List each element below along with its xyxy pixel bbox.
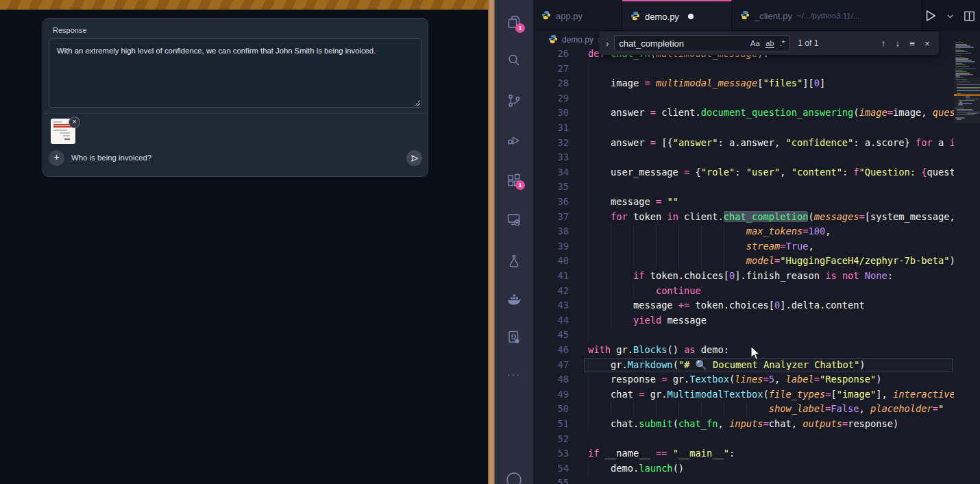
line-number[interactable]: 35	[547, 180, 569, 195]
line-number[interactable]: 53	[547, 446, 569, 461]
whole-word-icon[interactable]: ab	[765, 39, 774, 48]
code-line[interactable]: 35	[533, 180, 954, 195]
window-divider-strip[interactable]	[488, 0, 495, 484]
find-replace-toggle-chevron-icon[interactable]: ›	[606, 38, 609, 49]
line-number[interactable]: 52	[547, 432, 569, 447]
code-line[interactable]: 37 for token in client.chat_completion(m…	[533, 210, 954, 225]
line-number[interactable]: 28	[547, 76, 569, 91]
find-input[interactable]: chat_completion Aa ab .*	[614, 35, 789, 51]
line-number[interactable]: 29	[547, 91, 569, 106]
code-line[interactable]: 38 max_tokens=100,	[533, 224, 954, 239]
explorer-icon[interactable]: 1	[506, 14, 522, 30]
code-line[interactable]: 27	[533, 62, 954, 77]
code-line[interactable]: 47 gr.Markdown("# 🔍 Document Analyzer Ch…	[533, 358, 954, 373]
code-line[interactable]: 33	[533, 150, 954, 165]
line-number[interactable]: 37	[547, 210, 569, 225]
line-number[interactable]: 30	[547, 106, 569, 121]
code-line[interactable]: 44 yield message	[533, 313, 954, 328]
code-line[interactable]: 31	[533, 121, 954, 136]
code-line[interactable]: 55	[533, 476, 954, 484]
code-line[interactable]: 32 answer = [{"answer": a.answer, "confi…	[533, 136, 954, 151]
match-case-icon[interactable]: Aa	[750, 39, 760, 47]
code-line[interactable]: 48 response = gr.Textbox(lines=5, label=…	[533, 372, 954, 387]
code-line[interactable]: 29	[533, 91, 954, 106]
tab-app-py[interactable]: app.py	[533, 0, 622, 32]
line-number[interactable]: 55	[547, 476, 569, 484]
line-number[interactable]: 45	[547, 328, 569, 343]
line-number[interactable]: 48	[547, 372, 569, 387]
line-number[interactable]: 41	[547, 269, 569, 284]
line-number[interactable]: 27	[547, 62, 569, 77]
code-line[interactable]: 52	[533, 432, 954, 447]
more-views-icon[interactable]: ···	[506, 369, 522, 385]
code-line[interactable]: 42 continue	[533, 284, 954, 299]
line-number[interactable]: 43	[547, 298, 569, 313]
code-line[interactable]: 49 chat = gr.MultimodalTextbox(file_type…	[533, 387, 954, 402]
code-line[interactable]: 43 message += token.choices[0].delta.con…	[533, 298, 954, 313]
code-line[interactable]: 54 demo.launch()	[533, 461, 954, 476]
indent-guide	[588, 62, 589, 77]
file-gear-icon[interactable]	[506, 329, 522, 346]
line-number[interactable]: 26	[547, 47, 569, 62]
find-match-count: 1 of 1	[798, 38, 873, 48]
line-number[interactable]: 31	[547, 121, 569, 136]
line-number[interactable]: 40	[547, 254, 569, 269]
code-line[interactable]: 34 user_message = {"role": "user", "cont…	[533, 165, 954, 180]
code-editor[interactable]: 26def chat_fn(multimodal_message):2728 i…	[533, 32, 954, 484]
tab-client-py[interactable]: _client.py ~/.../python3.11/...	[732, 0, 922, 32]
line-number[interactable]: 42	[547, 284, 569, 299]
code-line[interactable]: 30 answer = client.document_question_ans…	[533, 106, 954, 121]
code-line[interactable]: 41 if token.choices[0].finish_reason is …	[533, 269, 954, 284]
testing-icon[interactable]	[506, 253, 522, 269]
find-close-icon[interactable]: ×	[922, 38, 932, 49]
send-button[interactable]	[406, 150, 422, 166]
modified-dot-icon[interactable]	[688, 14, 694, 19]
source-control-icon[interactable]	[506, 93, 522, 109]
multimodal-input-text[interactable]: Who is being invoiced?	[71, 154, 151, 162]
line-number[interactable]: 54	[547, 461, 569, 476]
minimap[interactable]	[954, 34, 980, 484]
line-number[interactable]: 32	[547, 136, 569, 151]
code-line[interactable]: 51 chat.submit(chat_fn, inputs=chat, out…	[533, 417, 954, 432]
line-number[interactable]: 49	[547, 387, 569, 402]
code-line[interactable]: 50 show_label=False, placeholder="	[533, 402, 954, 417]
regex-icon[interactable]: .*	[780, 39, 785, 47]
search-icon[interactable]	[506, 52, 522, 69]
line-number[interactable]: 36	[547, 195, 569, 210]
code-line[interactable]: 53if __name__ == "__main__":	[533, 446, 954, 461]
line-number[interactable]: 47	[547, 358, 569, 373]
code-line[interactable]: 36 message = ""	[533, 195, 954, 210]
split-editor-icon[interactable]	[963, 10, 976, 23]
line-number[interactable]: 44	[547, 313, 569, 328]
find-previous-icon[interactable]: ↑	[879, 38, 888, 49]
code-line[interactable]: 45	[533, 328, 954, 343]
line-number[interactable]: 38	[547, 224, 569, 239]
tab-demo-py[interactable]: demo.py	[622, 0, 732, 32]
code-line[interactable]: 28 image = multimodal_message["files"][0…	[533, 76, 954, 91]
line-number[interactable]: 46	[547, 343, 569, 358]
line-number[interactable]: 39	[547, 239, 569, 254]
python-file-icon	[541, 10, 551, 22]
remote-explorer-icon[interactable]	[506, 211, 522, 228]
code-line[interactable]: 39 stream=True,	[533, 239, 954, 254]
extensions-icon[interactable]: 1	[506, 172, 522, 189]
account-icon[interactable]	[506, 470, 522, 484]
find-in-selection-icon[interactable]: ≡	[907, 38, 917, 49]
run-debug-icon[interactable]	[506, 132, 522, 149]
code-line[interactable]: 46with gr.Blocks() as demo:	[533, 343, 954, 358]
textarea-resize-grip[interactable]	[414, 100, 420, 106]
indent-guide	[588, 180, 589, 195]
line-number[interactable]: 34	[547, 165, 569, 180]
response-textarea[interactable]: With an extremely high level of confiden…	[49, 38, 422, 108]
run-file-icon[interactable]	[922, 8, 938, 23]
docker-icon[interactable]	[506, 291, 522, 308]
line-number[interactable]: 33	[547, 150, 569, 165]
run-dropdown-chevron-icon[interactable]	[946, 12, 955, 21]
find-next-icon[interactable]: ↓	[893, 38, 902, 49]
editor-actions	[922, 0, 976, 32]
line-number[interactable]: 50	[547, 402, 569, 417]
code-line[interactable]: 40 model="HuggingFaceH4/zephyr-7b-beta")	[533, 254, 954, 269]
line-number[interactable]: 51	[547, 417, 569, 432]
add-file-button[interactable]: +	[49, 150, 64, 166]
attachment-close-icon[interactable]: ×	[69, 117, 80, 128]
